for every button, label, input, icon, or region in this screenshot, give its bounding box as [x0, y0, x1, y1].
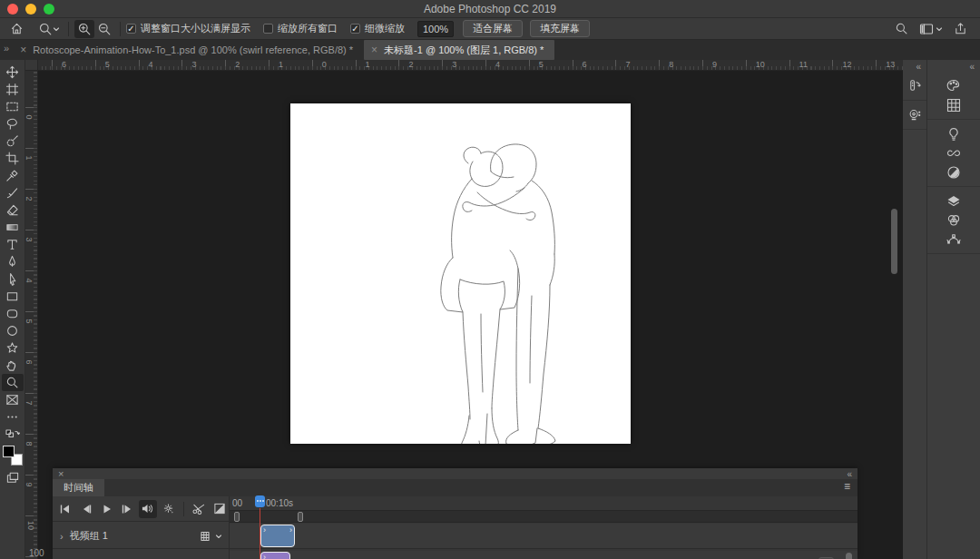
brush-tool[interactable]	[2, 184, 24, 201]
close-panel-icon[interactable]: ×	[58, 469, 64, 478]
canvas[interactable]	[290, 103, 631, 444]
pen-tool[interactable]	[2, 253, 24, 270]
document-tab-active[interactable]: × 未标题-1 @ 100% (图层 1, RGB/8) *	[364, 40, 554, 60]
close-tab-icon[interactable]: ×	[20, 44, 26, 56]
clip-in-handle-icon[interactable]: ›	[263, 554, 266, 559]
foreground-color-swatch[interactable]	[3, 446, 15, 457]
collapse-panels-icon[interactable]: «	[916, 60, 926, 72]
ruler-label: 1	[366, 60, 370, 69]
ruler-label: 2	[408, 60, 413, 69]
split-clip-button[interactable]	[190, 500, 209, 518]
type-tool[interactable]	[2, 236, 24, 253]
collapse-panel-icon[interactable]: «	[847, 470, 852, 478]
previous-frame-button[interactable]	[77, 500, 96, 518]
edit-toolbar-button[interactable]	[2, 408, 24, 426]
zoom-value-field[interactable]: 100%	[417, 21, 454, 37]
ruler-label: 9	[712, 60, 717, 69]
panel-menu-icon[interactable]: ≡	[844, 479, 858, 496]
checkbox-icon[interactable]	[350, 24, 360, 34]
work-area-end-handle[interactable]	[298, 512, 303, 522]
horizontal-ruler[interactable]: 654321012345678910111213	[38, 60, 903, 71]
rounded-rectangle-tool[interactable]	[2, 305, 24, 322]
options-checkbox[interactable]: 细微缩放	[350, 22, 405, 35]
gradient-tool[interactable]	[2, 219, 24, 236]
frame-tool[interactable]	[2, 391, 24, 408]
home-button[interactable]	[7, 20, 26, 38]
audio-clip[interactable]: ›	[260, 552, 290, 559]
zoom-in-button[interactable]	[74, 20, 94, 38]
path-selection-tool[interactable]	[2, 270, 24, 288]
document-vertical-scrollbar[interactable]	[891, 209, 897, 274]
mute-audio-button[interactable]	[139, 500, 158, 518]
eraser-tool[interactable]	[2, 201, 24, 219]
ruler-corner[interactable]	[25, 60, 38, 71]
layers-panel-icon[interactable]	[936, 191, 972, 211]
video-track-lane[interactable]: › ›	[230, 524, 858, 549]
document-tabs-bar: » × Rotoscope-Animation-How-To_1.psd @ 1…	[0, 40, 980, 60]
playhead[interactable]	[255, 495, 265, 507]
foreground-background-swatches[interactable]	[3, 446, 23, 466]
timeline-tab[interactable]: 时间轴	[53, 479, 104, 496]
collapse-panels-icon[interactable]: «	[969, 60, 980, 72]
fill-screen-button[interactable]: 填充屏幕	[530, 20, 590, 37]
screen-mode-icon[interactable]	[2, 469, 24, 486]
zoom-tool-indicator[interactable]	[35, 20, 63, 38]
hand-tool[interactable]	[2, 357, 24, 374]
timeline-playback-controls	[53, 496, 229, 522]
checkbox-icon[interactable]	[263, 24, 273, 34]
options-checkbox[interactable]: 缩放所有窗口	[263, 22, 338, 35]
move-tool[interactable]	[2, 64, 24, 81]
track-options[interactable]	[200, 531, 222, 542]
rectangle-tool[interactable]	[2, 288, 24, 305]
tab-overflow-icon[interactable]: »	[0, 40, 13, 60]
twirl-open-icon[interactable]: ›	[60, 531, 64, 542]
work-area-bar[interactable]	[230, 510, 858, 523]
libraries-panel-icon[interactable]	[936, 143, 972, 162]
ellipse-tool[interactable]	[2, 322, 24, 339]
fit-screen-button[interactable]: 适合屏幕	[463, 20, 523, 37]
document-tab-inactive[interactable]: × Rotoscope-Animation-How-To_1.psd @ 100…	[13, 40, 364, 60]
clip-in-handle-icon[interactable]: ›	[263, 526, 266, 534]
timeline-ruler[interactable]: 00 00:10s	[230, 496, 858, 510]
checkbox-icon[interactable]	[126, 24, 136, 34]
next-frame-button[interactable]	[118, 500, 137, 518]
rectangular-marquee-tool[interactable]	[2, 98, 24, 115]
zoom-tool[interactable]	[2, 374, 24, 391]
play-button[interactable]	[97, 500, 116, 518]
color-panel-icon[interactable]	[936, 76, 972, 95]
work-area-start-handle[interactable]	[234, 512, 240, 522]
eyedropper-tool[interactable]	[2, 167, 24, 184]
share-icon[interactable]	[954, 22, 967, 35]
video-group-track-header[interactable]: › 视频组 1	[53, 524, 230, 549]
transition-button[interactable]	[210, 500, 229, 518]
lasso-tool[interactable]	[2, 115, 24, 132]
swatches-panel-icon[interactable]	[936, 95, 972, 114]
custom-shape-tool[interactable]	[2, 339, 24, 357]
options-checkbox[interactable]: 调整窗口大小以满屏显示	[126, 22, 250, 35]
channels-panel-icon[interactable]	[936, 211, 972, 230]
quick-selection-tool[interactable]	[2, 132, 24, 150]
audio-track-lane[interactable]: ›	[230, 551, 858, 559]
crop-tool[interactable]	[2, 150, 24, 167]
ruler-label: 8	[669, 60, 673, 69]
swap-colors-icon[interactable]	[2, 426, 24, 443]
chevron-down-icon	[215, 533, 222, 540]
video-clip[interactable]: › ›	[260, 525, 295, 547]
ruler-label: 0	[25, 114, 34, 119]
dock-column-primary: «	[927, 60, 980, 559]
clip-out-handle-icon[interactable]: ›	[289, 526, 292, 534]
ruler-label: 6	[62, 60, 66, 69]
paths-panel-icon[interactable]	[936, 230, 972, 249]
close-tab-icon[interactable]: ×	[371, 44, 377, 56]
chevron-down-icon	[936, 25, 943, 33]
search-icon[interactable]	[895, 22, 908, 35]
first-frame-button[interactable]	[56, 500, 75, 518]
learn-panel-icon[interactable]	[936, 124, 972, 143]
workspace-switcher[interactable]	[919, 23, 943, 35]
timeline-settings-button[interactable]	[159, 500, 178, 518]
zoom-out-button[interactable]	[94, 20, 114, 38]
adjustments-panel-icon[interactable]	[936, 162, 972, 181]
vertical-ruler[interactable]: 012345678910	[25, 71, 38, 559]
timeline-scrollbar[interactable]	[846, 553, 852, 559]
artboard-tool[interactable]	[2, 81, 24, 98]
